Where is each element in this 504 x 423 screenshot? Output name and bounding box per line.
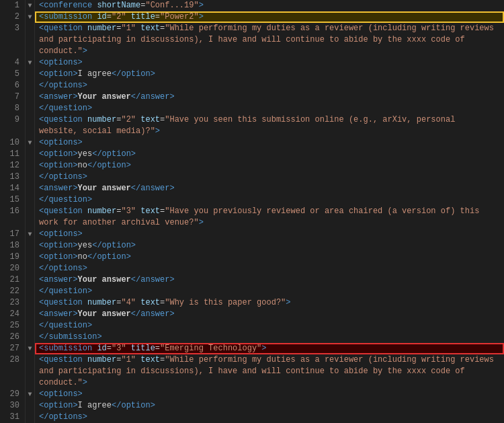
line-numbers: 1234567891011121314151617181920212223242… — [0, 0, 26, 423]
code-line[interactable]: <option>no</option> — [35, 252, 504, 263]
fold-indicator[interactable]: ▼ — [26, 11, 34, 23]
fold-indicator — [26, 366, 34, 377]
fold-indicator — [26, 46, 34, 57]
code-content[interactable]: <conference shortName="Conf...19"> <subm… — [35, 0, 504, 423]
line-number: 12 — [5, 160, 19, 171]
line-number: 21 — [5, 274, 19, 286]
line-number — [5, 126, 19, 137]
fold-indicator — [26, 126, 34, 137]
code-line[interactable]: <answer>Your answer</answer> — [35, 183, 504, 194]
code-line[interactable]: <question number="2" text="Have you seen… — [35, 114, 504, 126]
fold-indicators[interactable]: ▼▼ ▼ ▼ ▼ ▼ ▼ ▼ — [26, 0, 35, 423]
code-line[interactable]: </question> — [35, 103, 504, 114]
code-line[interactable]: <option>yes</option> — [35, 240, 504, 252]
fold-indicator — [26, 309, 34, 320]
fold-indicator — [26, 377, 34, 389]
fold-indicator — [26, 400, 34, 412]
code-line[interactable]: <submission id="2" title="Power2"> — [35, 11, 504, 23]
line-number: 4 — [5, 57, 19, 69]
fold-indicator — [26, 286, 34, 297]
line-number: 27 — [5, 343, 19, 354]
code-line[interactable]: </question> — [35, 320, 504, 332]
line-number: 15 — [5, 194, 19, 206]
code-line[interactable]: <question number="1" text="While perform… — [35, 354, 504, 366]
line-number — [5, 46, 19, 57]
fold-indicator — [26, 297, 34, 309]
fold-indicator[interactable]: ▼ — [26, 0, 34, 11]
fold-indicator — [26, 354, 34, 366]
code-line[interactable]: <conference shortName="Conf...19"> — [35, 0, 504, 11]
line-number: 18 — [5, 240, 19, 252]
fold-indicator[interactable]: ▼ — [26, 229, 34, 240]
code-line[interactable]: <options> — [35, 229, 504, 240]
line-number: 6 — [5, 80, 19, 91]
fold-indicator[interactable]: ▼ — [26, 137, 34, 149]
code-line[interactable]: <option>no</option> — [35, 160, 504, 171]
code-subline[interactable]: and participating in discussions), I hav… — [35, 366, 504, 377]
fold-indicator — [26, 103, 34, 114]
code-subline[interactable]: conduct."> — [35, 377, 504, 389]
line-number: 2 — [5, 11, 19, 23]
code-line[interactable]: <question number="3" text="Have you prev… — [35, 206, 504, 217]
code-line[interactable]: </options> — [35, 171, 504, 183]
line-number: 13 — [5, 171, 19, 183]
fold-indicator — [26, 91, 34, 103]
line-number: 17 — [5, 229, 19, 240]
code-line[interactable]: </options> — [35, 412, 504, 423]
line-number: 22 — [5, 286, 19, 297]
fold-indicator — [26, 23, 34, 34]
code-subline[interactable]: and participating in discussions), I hav… — [35, 34, 504, 46]
code-line[interactable]: <options> — [35, 57, 504, 69]
code-line[interactable]: <options> — [35, 389, 504, 400]
fold-indicator — [26, 412, 34, 423]
code-line[interactable]: <answer>Your answer</answer> — [35, 309, 504, 320]
line-number: 20 — [5, 263, 19, 274]
fold-indicator — [26, 194, 34, 206]
line-number: 28 — [5, 354, 19, 366]
code-editor: 1234567891011121314151617181920212223242… — [0, 0, 504, 423]
code-line[interactable]: </options> — [35, 80, 504, 91]
line-number: 10 — [5, 137, 19, 149]
code-line[interactable]: <option>I agree</option> — [35, 69, 504, 80]
line-number: 11 — [5, 149, 19, 160]
fold-indicator — [26, 252, 34, 263]
code-line[interactable]: </question> — [35, 194, 504, 206]
code-line[interactable]: <answer>Your answer</answer> — [35, 91, 504, 103]
line-number: 23 — [5, 297, 19, 309]
line-number — [5, 366, 19, 377]
code-subline[interactable]: work for another archival venue?"> — [35, 217, 504, 229]
fold-indicator[interactable]: ▼ — [26, 57, 34, 69]
fold-indicator — [26, 332, 34, 343]
line-number: 30 — [5, 400, 19, 412]
line-number: 9 — [5, 114, 19, 126]
code-line[interactable]: <question number="4" text="Why is this p… — [35, 297, 504, 309]
line-number: 16 — [5, 206, 19, 217]
code-subline[interactable]: conduct."> — [35, 46, 504, 57]
fold-indicator — [26, 263, 34, 274]
code-line[interactable]: </question> — [35, 286, 504, 297]
line-number: 26 — [5, 332, 19, 343]
line-number: 8 — [5, 103, 19, 114]
code-line[interactable]: <option>yes</option> — [35, 149, 504, 160]
line-number: 14 — [5, 183, 19, 194]
fold-indicator — [26, 274, 34, 286]
code-line[interactable]: <answer>Your answer</answer> — [35, 274, 504, 286]
fold-indicator — [26, 114, 34, 126]
line-number — [5, 34, 19, 46]
code-line[interactable]: </submission> — [35, 332, 504, 343]
line-number: 25 — [5, 320, 19, 332]
code-line[interactable]: <option>I agree</option> — [35, 400, 504, 412]
fold-indicator[interactable]: ▼ — [26, 389, 34, 400]
line-number: 5 — [5, 69, 19, 80]
line-number: 29 — [5, 389, 19, 400]
fold-indicator — [26, 240, 34, 252]
fold-indicator — [26, 34, 34, 46]
fold-indicator[interactable]: ▼ — [26, 343, 34, 354]
code-line[interactable]: <submission id="3" title="Emerging Techn… — [35, 343, 504, 354]
code-line[interactable]: </options> — [35, 263, 504, 274]
fold-indicator — [26, 80, 34, 91]
code-line[interactable]: <question number="1" text="While perform… — [35, 23, 504, 34]
code-subline[interactable]: website, social media)?"> — [35, 126, 504, 137]
fold-indicator — [26, 183, 34, 194]
code-line[interactable]: <options> — [35, 137, 504, 149]
